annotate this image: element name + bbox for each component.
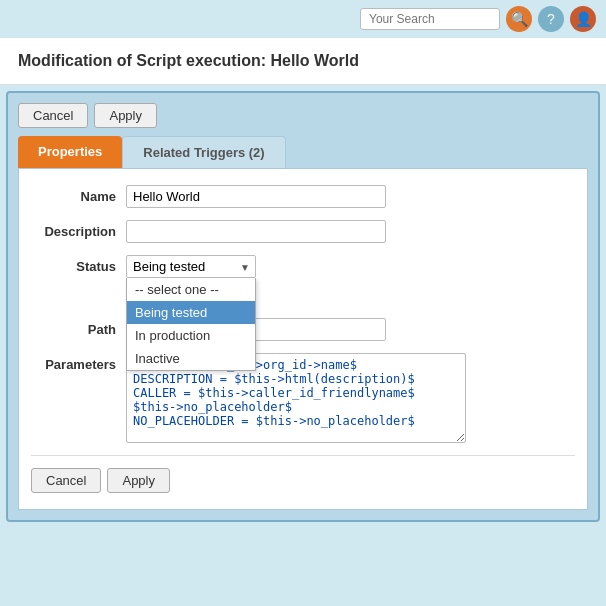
- description-label: Description: [31, 220, 126, 239]
- status-label: Status: [31, 255, 126, 274]
- dropdown-in-production[interactable]: In production: [127, 324, 255, 347]
- name-input[interactable]: [126, 185, 386, 208]
- search-input[interactable]: [360, 8, 500, 30]
- tab-properties[interactable]: Properties: [18, 136, 122, 168]
- dialog-container: Cancel Apply Properties Related Triggers…: [6, 91, 600, 522]
- user-button[interactable]: 👤: [570, 6, 596, 32]
- bottom-action-buttons: Cancel Apply: [31, 468, 575, 493]
- status-row: Status -- select one -- Being tested In …: [31, 255, 575, 278]
- bottom-cancel-button[interactable]: Cancel: [31, 468, 101, 493]
- tab-bar: Properties Related Triggers (2): [18, 136, 588, 168]
- status-select[interactable]: -- select one -- Being tested In product…: [126, 255, 256, 278]
- tab-related-triggers[interactable]: Related Triggers (2): [122, 136, 285, 168]
- parameters-row: Parameters: [31, 353, 575, 443]
- name-row: Name: [31, 185, 575, 208]
- path-label: Path: [31, 318, 126, 337]
- help-button[interactable]: ?: [538, 6, 564, 32]
- top-bar: 🔍 ? 👤: [0, 0, 606, 38]
- top-cancel-button[interactable]: Cancel: [18, 103, 88, 128]
- dropdown-being-tested[interactable]: Being tested: [127, 301, 255, 324]
- name-label: Name: [31, 185, 126, 204]
- description-input[interactable]: [126, 220, 386, 243]
- dropdown-inactive[interactable]: Inactive: [127, 347, 255, 370]
- page-title: Modification of Script execution: Hello …: [0, 38, 606, 85]
- path-row: Path: [31, 318, 575, 341]
- status-dropdown-wrapper: -- select one -- Being tested In product…: [126, 255, 256, 278]
- bottom-apply-button[interactable]: Apply: [107, 468, 170, 493]
- separator: [31, 455, 575, 456]
- description-row: Description: [31, 220, 575, 243]
- top-action-buttons: Cancel Apply: [18, 103, 588, 128]
- status-dropdown-menu: -- select one -- Being tested In product…: [126, 278, 256, 371]
- search-button[interactable]: 🔍: [506, 6, 532, 32]
- dropdown-select-one[interactable]: -- select one --: [127, 278, 255, 301]
- form-panel: Name Description Status -- select one --…: [18, 168, 588, 510]
- top-apply-button[interactable]: Apply: [94, 103, 157, 128]
- parameters-label: Parameters: [31, 353, 126, 372]
